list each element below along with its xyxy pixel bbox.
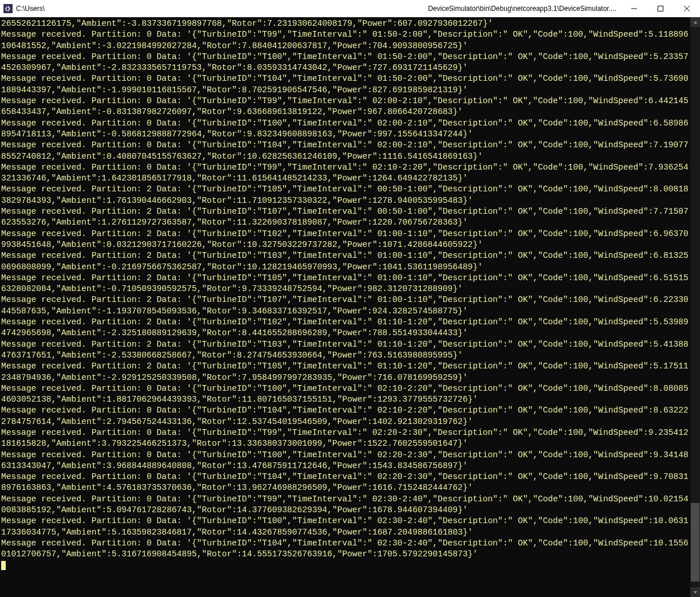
close-button[interactable]	[674, 0, 700, 17]
window-titlebar[interactable]: C C:\Users\ DeviceSimulator\bin\Debug\ne…	[0, 0, 700, 17]
vertical-scrollbar[interactable]	[690, 17, 700, 597]
maximize-button[interactable]	[647, 0, 674, 17]
window-title-suffix: DeviceSimulator\bin\Debug\netcoreapp3.1\…	[428, 5, 616, 13]
scroll-down-arrow-icon[interactable]	[690, 587, 700, 597]
console-output[interactable]: 26552621126175,"Ambient":-3.837336719989…	[0, 17, 690, 597]
console-cursor	[1, 561, 6, 570]
window-title-prefix: C:\Users\	[16, 5, 45, 13]
scrollbar-thumb[interactable]	[691, 503, 699, 582]
scrollbar-track[interactable]	[690, 27, 700, 587]
scroll-up-arrow-icon[interactable]	[690, 17, 700, 27]
console-icon: C	[3, 4, 13, 13]
minimize-button[interactable]	[621, 0, 647, 17]
svg-rect-3	[658, 6, 663, 11]
